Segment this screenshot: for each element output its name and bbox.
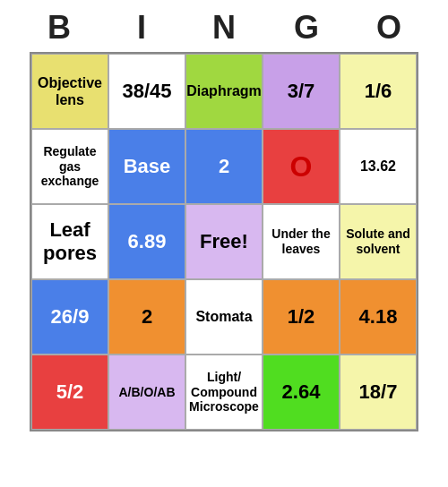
bingo-cell: 2 — [185, 129, 263, 204]
bingo-cell: Base — [108, 129, 185, 204]
bingo-cell: Diaphragm — [185, 54, 263, 129]
header-letter: B — [22, 9, 97, 47]
bingo-cell: Under the leaves — [263, 204, 340, 279]
bingo-header: BINGO — [18, 0, 430, 52]
header-letter: O — [351, 9, 426, 47]
bingo-cell: A/B/O/AB — [108, 355, 185, 430]
header-letter: G — [269, 9, 344, 47]
bingo-cell: 18/7 — [340, 355, 417, 430]
bingo-cell: 13.62 — [340, 129, 417, 204]
bingo-cell: O — [263, 129, 340, 204]
bingo-cell: 6.89 — [108, 204, 185, 279]
bingo-cell: 5/2 — [31, 355, 108, 430]
bingo-cell: 3/7 — [263, 54, 340, 129]
bingo-cell: Solute and solvent — [340, 204, 417, 279]
bingo-cell: Regulate gas exchange — [31, 129, 108, 204]
bingo-cell: 4.18 — [340, 279, 417, 355]
bingo-cell: Leaf pores — [31, 204, 108, 279]
bingo-grid: Objective lens38/45Diaphragm3/71/6Regula… — [30, 52, 418, 431]
bingo-cell: 38/45 — [108, 54, 185, 129]
bingo-cell: 2 — [108, 279, 185, 355]
bingo-cell: 1/6 — [340, 54, 417, 129]
header-letter: I — [104, 9, 179, 47]
bingo-cell: 1/2 — [263, 279, 340, 355]
bingo-cell: Free! — [185, 204, 263, 279]
bingo-cell: 26/9 — [31, 279, 108, 355]
bingo-cell: Stomata — [185, 279, 263, 355]
header-letter: N — [186, 9, 262, 47]
bingo-cell: 2.64 — [263, 355, 340, 430]
bingo-cell: Light/ Compound Microscope — [185, 355, 263, 430]
bingo-cell: Objective lens — [31, 54, 108, 129]
